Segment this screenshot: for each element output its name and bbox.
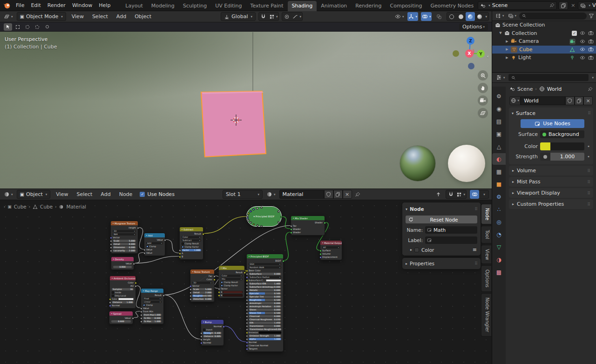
disclosure-right-icon[interactable]: ▶ [505, 40, 509, 43]
overlays-toggle[interactable]: ▾ [421, 12, 432, 21]
properties-panel-header[interactable]: ▸ Properties ⠿ [406, 260, 477, 267]
snap-toggle[interactable] [259, 12, 268, 21]
fake-user-button[interactable] [324, 190, 333, 199]
outliner-row-scene-collection[interactable]: Scene Collection [492, 21, 596, 29]
panel-grip-icon[interactable]: ⠿ [587, 180, 590, 184]
node-mix[interactable]: ▾MixResultColor▾Mix▾✓Clamp Result✓Clamp … [218, 265, 245, 298]
menu-edit[interactable]: Edit [27, 2, 44, 8]
proportional-editing-toggle[interactable] [282, 12, 291, 21]
strength-slider[interactable]: 1.000 [550, 153, 584, 161]
properties-tab-view-layer[interactable]: ▣ [492, 128, 506, 140]
tab-uv-editing[interactable]: UV Editing [211, 1, 246, 11]
region-collapse-chevron[interactable]: ‹ [487, 54, 489, 59]
node-maprange[interactable]: ▾Map RangeResultFloat▾Linear▾✓ClampValue… [141, 288, 164, 324]
outliner-search[interactable] [519, 13, 587, 20]
node-mixshader[interactable]: ▾Mix ShaderShaderFacShaderShader [291, 216, 325, 236]
properties-tab-particles[interactable]: ∴ [492, 203, 506, 215]
render-visibility-icon[interactable] [588, 55, 594, 61]
panel-grip-icon[interactable]: ⠿ [587, 191, 590, 195]
proportional-falloff-dropdown[interactable]: ▾ [291, 12, 302, 21]
shading-solid-button[interactable] [456, 12, 466, 21]
properties-tab-tool[interactable]: ⚙ [492, 90, 506, 102]
properties-tab-object[interactable]: ■ [492, 178, 506, 190]
node-principled[interactable]: ▾Principled BSDFBSDFGGX▾Random Walk▾Base… [246, 254, 284, 352]
tab-modeling[interactable]: Modeling [147, 1, 179, 11]
node-snap-toggle[interactable] [446, 190, 455, 199]
render-visibility-icon[interactable] [588, 39, 594, 44]
properties-tab-modifiers[interactable]: ⚙ [492, 191, 506, 202]
vp-menu-view[interactable]: View [69, 13, 87, 20]
world-name-field[interactable]: World [521, 96, 565, 105]
surface-shader-dropdown[interactable]: Background [540, 130, 584, 138]
expand-chevron-icon[interactable]: › [4, 205, 5, 209]
outliner-filter-dropdown[interactable]: ▾ [507, 12, 518, 20]
breadcrumb-world[interactable]: World [547, 86, 562, 92]
eye-icon[interactable] [580, 30, 585, 36]
sidebar-tab-node-wrangler[interactable]: Node Wrangler [481, 293, 491, 337]
panel-mist-pass[interactable]: ▸Mist Pass⠿ [509, 177, 593, 187]
sh-menu-view[interactable]: View [53, 191, 71, 197]
properties-tab-world[interactable]: ◐ [492, 153, 506, 165]
tool-cursor[interactable] [43, 23, 51, 31]
node-name-field[interactable]: Math [425, 226, 477, 234]
properties-tab-scene[interactable]: △ [492, 141, 506, 152]
tab-geometry-nodes[interactable]: Geometry Nodes [426, 1, 478, 11]
pin-icon[interactable] [588, 87, 593, 92]
pan-button[interactable] [478, 83, 488, 93]
breadcrumb-scene[interactable]: Scene [517, 86, 533, 92]
tool-select-circle[interactable] [23, 23, 32, 31]
viewport-3d[interactable]: Options▾ User Perspective (1) Collection… [0, 22, 492, 189]
shading-wireframe-button[interactable] [447, 12, 456, 21]
material-name-field[interactable]: Material [279, 190, 324, 199]
shader-type-dropdown[interactable]: ▣ Object ▾ [17, 190, 51, 199]
properties-tab-render[interactable]: ◉ [492, 103, 506, 115]
unlink-scene-button[interactable]: × [570, 2, 576, 8]
shader-node-editor[interactable]: ▾Musgrave TextureHeight3D▾fBM▾VectorScal… [0, 200, 492, 364]
tab-compositing[interactable]: Compositing [386, 1, 427, 11]
panel-custom-properties[interactable]: ▸Custom Properties⠿ [509, 199, 593, 209]
tab-sculpting[interactable]: Sculpting [179, 1, 211, 11]
color-socket-swatch[interactable] [540, 142, 550, 150]
panel-grip-icon[interactable]: ⠿ [474, 207, 477, 211]
sh-menu-select[interactable]: Select [74, 191, 95, 197]
blender-logo-icon[interactable] [3, 1, 11, 9]
transform-orientation-dropdown[interactable]: Global ▾ [221, 12, 256, 21]
fake-user-button[interactable] [565, 96, 575, 105]
gizmo-axis-x[interactable]: X [465, 49, 474, 58]
world-color-field[interactable] [550, 142, 584, 150]
disclosure-right-icon[interactable]: ▶ [505, 47, 509, 51]
unlink-world-button[interactable]: × [583, 96, 593, 105]
outliner-row-collection[interactable]: ▼ Collection ✓ [492, 29, 596, 38]
menu-window[interactable]: Window [69, 2, 95, 8]
render-visibility-icon[interactable] [588, 30, 594, 36]
options-button[interactable]: Options▾ [459, 23, 488, 31]
node-bump[interactable]: ▾BumpNormalInvertStrength0.400Distance0.… [201, 319, 224, 346]
properties-tab-physics[interactable]: ◎ [492, 216, 506, 228]
pin-icon[interactable] [355, 192, 360, 197]
new-scene-button[interactable] [559, 1, 568, 10]
snap-target-dropdown[interactable]: ▾ [268, 12, 279, 21]
gizmo-axis-z[interactable]: Z [467, 37, 474, 45]
render-visibility-icon[interactable] [588, 47, 594, 52]
sidebar-tab-view[interactable]: View [481, 245, 491, 264]
pin-icon[interactable] [549, 3, 555, 8]
properties-tab-texture[interactable]: ▩ [492, 266, 506, 278]
node-noise[interactable]: ▾Noise TextureFacColor3D▾VectorScale5.00… [190, 269, 215, 302]
tab-texture-paint[interactable]: Texture Paint [246, 1, 288, 11]
node-label-field[interactable] [425, 236, 477, 244]
go-to-parent-node-button[interactable] [433, 190, 443, 199]
panel-volume[interactable]: ▸Volume⠿ [509, 166, 593, 175]
panel-viewport-display[interactable]: ▸Viewport Display⠿ [509, 188, 593, 198]
gizmo-axis-y[interactable]: Y [477, 50, 485, 58]
gizmo-axis-y-neg[interactable] [453, 50, 459, 57]
node-ao[interactable]: ▾Ambient OcclusionColorAOSamples16Inside… [109, 276, 136, 309]
copy-material-button[interactable] [333, 190, 343, 199]
vp-menu-object[interactable]: Object [132, 13, 154, 20]
editor-type-shader[interactable]: ▾ [3, 190, 14, 199]
menu-file[interactable]: File [13, 2, 27, 8]
outliner-row-camera[interactable]: ▶ Camera [492, 37, 596, 46]
perspective-toggle-button[interactable] [478, 108, 488, 118]
show-object-types-dropdown[interactable]: ▾ [394, 12, 405, 21]
animate-dot[interactable]: • [587, 154, 590, 160]
editor-type-properties[interactable]: ▾ [495, 73, 506, 82]
